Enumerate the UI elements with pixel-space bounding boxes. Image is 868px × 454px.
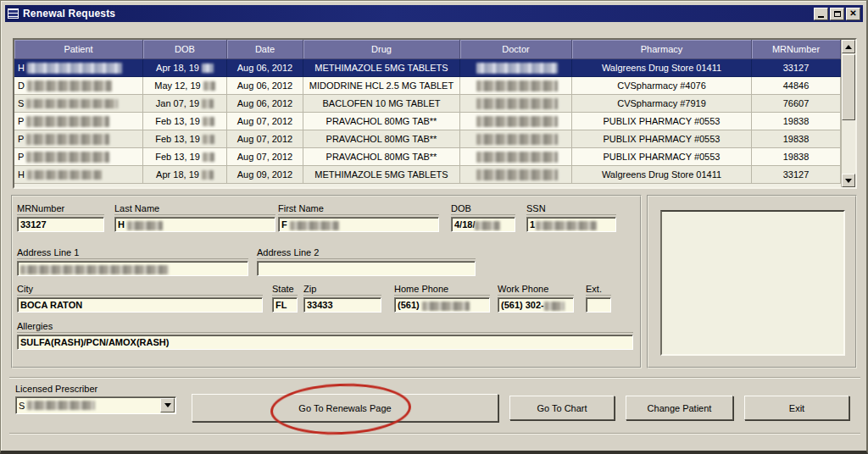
redacted-text <box>476 152 558 163</box>
column-header-date[interactable]: Date <box>227 40 303 59</box>
redacted-text <box>203 152 214 162</box>
first-name-label: First Name <box>278 203 439 215</box>
redacted-text <box>26 99 118 108</box>
table-row[interactable]: P Feb 13, 19 Aug 07, 2012 PRAVACHOL 80MG… <box>14 113 841 130</box>
home-phone-label: Home Phone <box>394 284 490 296</box>
renewal-requests-window: Renewal Requests ✕ Patient DOB Date Drug… <box>0 0 868 454</box>
divider <box>9 433 860 435</box>
address-line-2-label: Address Line 2 <box>257 247 476 259</box>
redacted-text <box>20 265 169 274</box>
minimize-icon <box>818 16 824 18</box>
chevron-down-icon <box>164 403 171 407</box>
address-line-1-label: Address Line 1 <box>17 247 248 259</box>
renewal-requests-table: Patient DOB Date Drug Doctor Pharmacy MR… <box>13 38 857 189</box>
arrow-up-icon <box>845 45 852 49</box>
redacted-text <box>476 134 558 145</box>
redacted-text <box>27 170 102 180</box>
table-row[interactable]: S Jan 07, 19 Aug 06, 2012 BACLOFEN 10 MG… <box>14 95 841 113</box>
app-icon <box>8 8 19 19</box>
table-row[interactable]: D May 12, 19 Aug 06, 2012 MIDODRINE HCL … <box>14 77 841 95</box>
last-name-field[interactable]: H <box>114 217 275 232</box>
change-patient-button[interactable]: Change Patient <box>626 396 733 420</box>
redacted-text <box>536 221 597 230</box>
redacted-text <box>27 63 122 74</box>
redacted-text <box>26 134 109 145</box>
redacted-text <box>26 152 109 163</box>
table-row[interactable]: P Feb 13, 19 Aug 07, 2012 PRAVACHOL 80MG… <box>14 130 841 148</box>
redacted-text <box>202 64 214 73</box>
dob-field[interactable]: 4/18/ <box>451 217 515 232</box>
allergies-label: Allergies <box>17 321 633 333</box>
exit-button[interactable]: Exit <box>744 396 849 420</box>
mrnumber-label: MRNumber <box>17 203 104 215</box>
redacted-text <box>27 80 112 91</box>
column-header-patient[interactable]: Patient <box>14 40 143 59</box>
address-line-1-field[interactable] <box>17 261 248 276</box>
redacted-text <box>26 116 109 127</box>
close-button[interactable]: ✕ <box>846 8 860 20</box>
ext-field[interactable] <box>586 297 611 313</box>
ext-label: Ext. <box>586 284 611 296</box>
allergies-field[interactable]: SULFA(RASH)/PCN/AMOX(RASH) <box>17 335 633 350</box>
patient-photo-box <box>660 210 845 356</box>
divider <box>9 377 860 379</box>
table-row[interactable]: H Apr 18, 19 Aug 06, 2012 METHIMAZOLE 5M… <box>14 59 841 77</box>
go-to-renewals-page-button[interactable]: Go To Renewals Page <box>192 394 498 422</box>
combo-dropdown-button[interactable] <box>160 398 175 412</box>
city-label: City <box>17 284 263 296</box>
maximize-button[interactable] <box>830 8 844 20</box>
first-name-field[interactable]: F <box>278 217 439 232</box>
redacted-text <box>476 80 558 91</box>
redacted-text <box>476 169 558 180</box>
redacted-text <box>203 135 214 144</box>
close-icon: ✕ <box>849 9 856 18</box>
licensed-prescriber-label: Licensed Prescriber <box>15 384 97 394</box>
ssn-label: SSN <box>526 203 616 215</box>
maximize-icon <box>834 11 841 17</box>
state-label: State <box>272 284 298 296</box>
column-header-doctor[interactable]: Doctor <box>460 40 572 59</box>
vertical-scrollbar[interactable] <box>841 40 855 187</box>
dob-label: DOB <box>451 203 515 215</box>
state-field[interactable]: FL <box>272 297 298 313</box>
redacted-text <box>476 98 558 109</box>
zip-field[interactable]: 33433 <box>303 297 381 313</box>
window-title: Renewal Requests <box>23 8 814 19</box>
redacted-text <box>202 170 214 180</box>
table-header-row: Patient DOB Date Drug Doctor Pharmacy MR… <box>14 40 841 59</box>
mrnumber-field[interactable]: 33127 <box>17 217 104 232</box>
work-phone-label: Work Phone <box>498 284 574 296</box>
scrollbar-thumb[interactable] <box>842 54 855 120</box>
column-header-drug[interactable]: Drug <box>303 40 460 59</box>
title-bar: Renewal Requests ✕ <box>5 5 863 22</box>
city-field[interactable]: BOCA RATON <box>17 297 263 313</box>
redacted-text <box>475 221 500 230</box>
redacted-text <box>476 116 558 127</box>
column-header-mrnumber[interactable]: MRNumber <box>752 40 841 59</box>
patient-details-panel: MRNumber 33127 Last Name H First Name F … <box>11 195 642 368</box>
licensed-prescriber-select[interactable]: S <box>15 396 176 414</box>
patient-photo-panel <box>647 195 857 368</box>
table-row[interactable]: P Feb 13, 19 Aug 07, 2012 PRAVACHOL 80MG… <box>14 148 841 166</box>
home-phone-field[interactable]: (561) <box>394 297 490 313</box>
column-header-pharmacy[interactable]: Pharmacy <box>572 40 752 59</box>
redacted-text <box>27 401 95 410</box>
redacted-text <box>544 302 565 311</box>
address-line-2-field[interactable] <box>257 261 476 276</box>
scroll-up-button[interactable] <box>842 40 855 53</box>
redacted-text <box>422 302 470 311</box>
column-header-dob[interactable]: DOB <box>143 40 227 59</box>
arrow-down-icon <box>845 179 852 183</box>
redacted-text <box>290 221 339 230</box>
redacted-text <box>202 99 214 108</box>
scroll-down-button[interactable] <box>842 174 855 187</box>
ssn-field[interactable]: 1 <box>526 217 616 232</box>
table-row[interactable]: H Apr 18, 19 Aug 09, 2012 METHIMAZOLE 5M… <box>14 166 841 184</box>
redacted-text <box>203 81 215 91</box>
minimize-button[interactable] <box>814 8 828 20</box>
redacted-text <box>203 117 214 126</box>
work-phone-field[interactable]: (561) 302- <box>498 297 574 313</box>
redacted-text <box>127 221 163 230</box>
go-to-chart-button[interactable]: Go To Chart <box>509 396 615 420</box>
last-name-label: Last Name <box>114 203 275 215</box>
